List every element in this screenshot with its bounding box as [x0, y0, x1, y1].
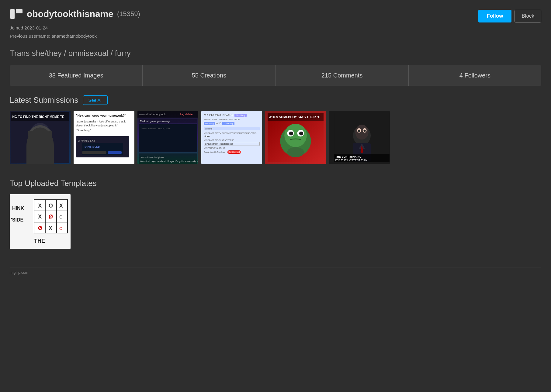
svg-point-33 [287, 147, 304, 157]
previous-username: Previous username: anamethatnobodytook [10, 32, 140, 40]
svg-text:flag delete: flag delete [180, 113, 193, 116]
svg-text:HINK: HINK [12, 206, 24, 211]
user-id: (15359) [117, 10, 140, 18]
follow-button[interactable]: Follow [478, 10, 512, 22]
svg-point-32 [299, 132, 303, 136]
svg-text:Ø: Ø [38, 225, 42, 231]
footer: imgflip.com [10, 267, 541, 275]
submission-thumb-5[interactable]: WHEN SOMEBODY SAYS THEIR "C [265, 111, 326, 164]
svg-text:TentacleBlast97  0 ups, <1h: TentacleBlast97 0 ups, <1h [140, 127, 170, 130]
stat-creations[interactable]: 55 Creations [143, 65, 276, 86]
svg-text:Ø: Ø [49, 214, 53, 220]
svg-text:IT'S THE HOTTEST THIN: IT'S THE HOTTEST THIN [335, 159, 368, 162]
block-button[interactable]: Block [515, 10, 541, 22]
submissions-grid: NG TO FIND THE RIGHT MEME TE "Hey, can I… [10, 111, 541, 164]
svg-text:O: O [49, 203, 53, 209]
svg-text:WHEN SOMEBODY SAYS THEIR "C: WHEN SOMEBODY SAYS THEIR "C [269, 115, 321, 119]
svg-text:C: C [59, 226, 62, 231]
submission-thumb-6[interactable]: THE SUN THINKING IT'S THE HOTTEST THIN [329, 111, 390, 164]
svg-rect-6 [48, 131, 52, 137]
svg-text:NG TO FIND THE RIGHT MEME TE: NG TO FIND THE RIGHT MEME TE [12, 115, 64, 119]
svg-text:X: X [38, 214, 42, 220]
username-row: obodytookthisname (15359) [10, 7, 140, 21]
stat-followers[interactable]: 4 Followers [409, 65, 541, 86]
svg-text:X: X [49, 225, 52, 231]
svg-text:C: C [59, 215, 62, 219]
profile-actions: Follow Block [478, 10, 541, 22]
svg-text:Redbull gives you wiiings: Redbull gives you wiiings [140, 120, 171, 123]
svg-rect-13 [82, 151, 106, 154]
svg-text:'SIDE: 'SIDE [11, 217, 23, 222]
svg-rect-1 [16, 9, 23, 13]
svg-text:O MAN'S SKY: O MAN'S SKY [78, 139, 95, 142]
svg-rect-4 [27, 144, 53, 163]
see-all-button[interactable]: See All [83, 95, 108, 105]
submission-thumb-1[interactable]: NG TO FIND THE RIGHT MEME TE [10, 111, 71, 164]
profile-header: obodytookthisname (15359) Joined 2023-01… [10, 7, 541, 40]
site-logo-icon [10, 7, 23, 21]
submission-thumb-4[interactable]: MY PRONOUNS ARE She/they SOME OF MY INTE… [201, 111, 262, 164]
svg-point-42 [363, 130, 366, 132]
template-thumb-1[interactable]: HINK 'SIDE X O X X Ø C [10, 194, 71, 249]
svg-point-31 [289, 132, 293, 136]
submission-thumb-2[interactable]: "Hey, can I copy your homework?" "Sure, … [74, 111, 134, 164]
top-templates-header: Top Uploaded Templates [10, 179, 541, 188]
svg-text:THE SUN THINKING: THE SUN THINKING [335, 155, 362, 158]
top-templates-section: Top Uploaded Templates HINK 'SIDE [10, 179, 541, 249]
svg-rect-5 [28, 131, 32, 137]
stat-comments[interactable]: 215 Comments [276, 65, 409, 86]
profile-meta: Joined 2023-01-24 Previous username: ana… [10, 24, 140, 40]
svg-text:STARHOUND: STARHOUND [85, 146, 100, 148]
svg-text:anamethatnobodytook: anamethatnobodytook [140, 156, 164, 159]
submission-thumb-3[interactable]: anamethatnobodytook flag delete Redbull … [137, 111, 198, 164]
profile-bio: Trans she/they / omnisexual / furry [10, 49, 541, 58]
top-templates-title: Top Uploaded Templates [10, 179, 97, 188]
footer-text: imgflip.com [10, 270, 28, 275]
stat-featured-images[interactable]: 38 Featured Images [10, 65, 143, 86]
svg-point-38 [355, 125, 369, 139]
username: obodytookthisname [27, 9, 113, 19]
latest-submissions-title: Latest Submissions [10, 95, 78, 105]
join-date: Joined 2023-01-24 [10, 24, 140, 32]
svg-text:X: X [38, 203, 42, 209]
stats-bar: 38 Featured Images 55 Creations 215 Comm… [10, 65, 541, 86]
svg-rect-14 [108, 151, 122, 154]
profile-left: obodytookthisname (15359) Joined 2023-01… [10, 7, 140, 40]
svg-text:THE: THE [34, 238, 45, 244]
latest-submissions-header: Latest Submissions See All [10, 95, 541, 105]
svg-text:X: X [59, 203, 63, 209]
svg-text:Your dad, oops, my bad, I forg: Your dad, oops, my bad, I forgot it's go… [140, 160, 198, 163]
svg-text:anamethatnobodytook: anamethatnobodytook [139, 113, 166, 116]
svg-point-41 [358, 130, 360, 132]
svg-point-28 [284, 124, 307, 147]
svg-rect-0 [10, 9, 15, 19]
